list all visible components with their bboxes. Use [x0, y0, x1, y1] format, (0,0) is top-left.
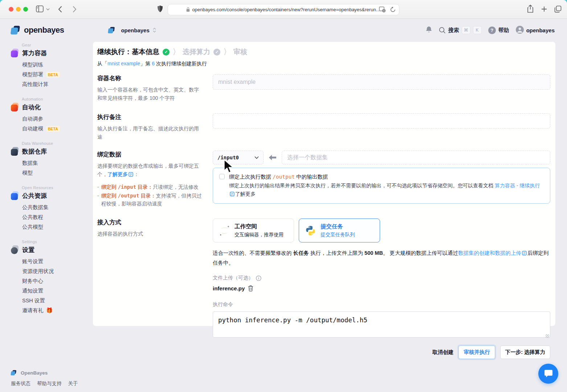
beta-badge: BETA — [46, 126, 60, 132]
sidebar-item-notification-settings[interactable]: 通知设置 — [22, 286, 93, 296]
sidebar-item-public-tutorials[interactable]: 公共教程 — [22, 212, 93, 222]
section-caption: Settings — [22, 240, 93, 244]
source-container-link[interactable]: mnist example — [107, 61, 140, 66]
share-icon[interactable] — [527, 5, 534, 13]
sidebar-item-auto-modeling[interactable]: 自动建模BETA — [22, 124, 93, 134]
step-review: 审核 — [233, 47, 247, 57]
url-text: openbayes.com/console/openbayes/containe… — [192, 7, 380, 12]
resize-handle[interactable] — [546, 334, 549, 338]
dataset-select-input[interactable] — [282, 151, 550, 164]
address-bar[interactable]: openbayes.com/console/openbayes/containe… — [168, 4, 399, 15]
access-mode-label: 接入方式 — [97, 219, 213, 226]
workspace-logo-icon — [108, 27, 115, 33]
sidebar-item-ssh-settings[interactable]: SSH 设置 — [22, 296, 93, 306]
user-menu[interactable]: openbayes — [516, 26, 555, 35]
sidebar-section-data-warehouse: Data Warehouse 数据仓库 数据集 模型 — [11, 141, 93, 178]
workspace-selector[interactable]: openbayes — [108, 26, 156, 34]
brand-name: openbayes — [24, 25, 64, 35]
bind-previous-output-checkbox[interactable] — [219, 174, 225, 179]
avatar — [516, 26, 524, 35]
section-caption: Open Resources — [22, 185, 93, 190]
checkbox-title: 绑定上次执行数据 /output 中的输出数据 — [229, 173, 543, 181]
chat-bubble-icon — [544, 369, 553, 378]
review-and-run-button[interactable]: 审核并执行 — [458, 346, 495, 359]
minimize-window-button[interactable] — [16, 7, 21, 12]
reload-icon[interactable] — [390, 7, 396, 13]
workspace-card-sub: 交互编辑器，推荐使用 — [234, 232, 284, 238]
access-mode-desc: 选择容器的执行方式 — [97, 230, 203, 238]
sidebar-item-public-datasets[interactable]: 公共数据集 — [22, 203, 93, 212]
uploaded-file-name: inference.py — [213, 285, 245, 291]
chat-widget-button[interactable] — [538, 364, 558, 384]
sidebar-item-settings[interactable]: 设置 — [11, 246, 93, 254]
next-step-button[interactable]: 下一步: 选择算力 — [500, 346, 550, 359]
sidebar-item-referral[interactable]: 邀请有礼🎁 — [22, 306, 93, 315]
bind-data-desc: 选择要绑定的数据仓库或输出，最多可绑定五个，了解更多： — [97, 162, 203, 179]
footer-logo-icon — [11, 370, 17, 375]
jupyter-icon — [219, 225, 230, 236]
sidebar-section-open-resources: Open Resources 公共资源 公共数据集 公共教程 公共模型 — [11, 185, 93, 232]
step-separator: 〉 — [173, 47, 179, 57]
search-control[interactable]: 搜索 ⌘ K — [439, 26, 482, 34]
reader-mode-icon[interactable]: G — [379, 7, 386, 13]
mount-path-dropdown[interactable]: /input0 — [213, 151, 264, 164]
sidebar-item-data-warehouse[interactable]: 数据仓库 — [11, 147, 93, 156]
svg-text:G: G — [383, 9, 385, 12]
container-name-input[interactable] — [213, 74, 550, 90]
forward-button[interactable] — [73, 6, 77, 13]
shield-icon[interactable] — [157, 5, 163, 13]
sidebar-item-hpc[interactable]: 高性能计算 — [22, 79, 93, 89]
desktop: openbayes.com/console/openbayes/containe… — [0, 0, 567, 392]
bell-icon[interactable] — [425, 26, 432, 35]
bullet-output-dir: - 绑定到 /output 目录：支持读写，但拷贝过程较慢，影响容器启动速度 — [97, 192, 206, 208]
form-row-access-mode: 接入方式 选择容器的执行方式 工作空间 — [97, 219, 550, 359]
sidebar-item-public-models[interactable]: 公共模型 — [22, 222, 93, 232]
sidebar-item-models[interactable]: 模型 — [22, 168, 93, 178]
trash-icon[interactable] — [248, 285, 253, 291]
sidebar-item-model-training[interactable]: 模型训练 — [22, 60, 93, 70]
sidebar-item-automation[interactable]: 自动化 — [11, 103, 93, 111]
search-icon — [439, 27, 446, 34]
continue-run-doc-link[interactable]: 算力容器 - 继续执行 — [495, 183, 540, 188]
lock-icon — [186, 7, 190, 12]
cancel-create-button[interactable]: 取消创建 — [432, 349, 453, 356]
section-caption: Data Warehouse — [22, 141, 93, 146]
command-textarea[interactable]: python inference.py -m /output/model.h5 — [213, 311, 550, 338]
back-button[interactable] — [58, 6, 62, 13]
sidebar-item-billing-center[interactable]: 财务中心 — [22, 276, 93, 286]
workspace-card[interactable]: 工作空间 交互编辑器，推荐使用 — [213, 219, 294, 242]
close-window-button[interactable] — [9, 7, 13, 12]
key-cmd: ⌘ — [462, 26, 470, 34]
tab-group-chevron-icon[interactable] — [46, 8, 50, 11]
container-name-desc: 输入一个容器名称，可包含中文、英文、数字和常见特殊字符，最多 100 个字符 — [97, 86, 203, 102]
sidebar-item-resource-usage[interactable]: 资源使用状况 — [22, 266, 93, 276]
submit-task-card[interactable]: 提交任务 提交至任务队列 — [299, 219, 380, 242]
sidebar-item-account-settings[interactable]: 账号设置 — [22, 257, 93, 266]
zoom-window-button[interactable] — [23, 7, 28, 12]
dataset-upload-doc-link[interactable]: 数据集的创建和数据的上传 — [458, 250, 521, 256]
bullet-input-dir: - 绑定到 /input 目录：只读绑定，无法修改 — [97, 183, 206, 191]
openbayes-logo[interactable]: openbayes — [11, 25, 64, 35]
gift-icon: 🎁 — [46, 307, 53, 314]
sidebar-toggle-icon[interactable] — [36, 5, 44, 12]
uploaded-file-row: inference.py — [213, 285, 550, 291]
search-label: 搜索 — [448, 27, 459, 34]
info-icon[interactable] — [256, 275, 261, 281]
sidebar-item-datasets[interactable]: 数据集 — [22, 158, 93, 168]
learn-more-link[interactable]: 了解更多 — [107, 171, 128, 177]
step-basic-info: 继续执行：基本信息 — [97, 47, 159, 57]
help-control[interactable]: ? 帮助 — [488, 26, 509, 34]
run-note-input[interactable] — [213, 113, 550, 128]
sidebar-item-public-resources[interactable]: 公共资源 — [11, 192, 93, 200]
sidebar-item-auto-tuning[interactable]: 自动调参 — [22, 114, 93, 124]
footer-link-about[interactable]: 关于 — [68, 380, 78, 387]
sidebar-item-compute-containers[interactable]: 算力容器 — [11, 49, 93, 57]
tab-overview-icon[interactable] — [554, 5, 562, 13]
bind-data-label: 绑定数据 — [97, 151, 213, 159]
footer-link-help-support[interactable]: 帮助与支持 — [37, 380, 62, 387]
bind-arrow-icon — [269, 155, 277, 160]
sidebar-item-model-deploy[interactable]: 模型部署BETA — [22, 70, 93, 79]
footer-link-service-status[interactable]: 服务状态 — [11, 380, 30, 387]
help-label: 帮助 — [498, 27, 509, 34]
new-tab-icon[interactable] — [541, 6, 547, 12]
